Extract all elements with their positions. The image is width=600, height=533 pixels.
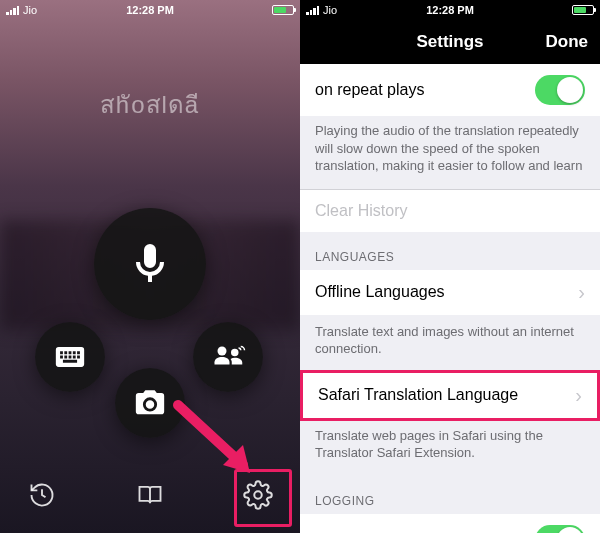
offline-languages-row[interactable]: Offline Languages ›	[300, 270, 600, 315]
carrier-label: Jio	[23, 4, 37, 16]
row-label: on repeat plays	[315, 81, 424, 99]
row-label: Offline Languages	[315, 283, 445, 301]
repeat-description: Playing the audio of the translation rep…	[300, 116, 600, 189]
keyboard-button[interactable]	[35, 322, 105, 392]
greeting-text: สhัoสlดaี	[100, 85, 200, 124]
row-label: Safari Translation Language	[318, 386, 518, 404]
status-time: 12:28 PM	[426, 4, 474, 16]
conversation-icon	[210, 339, 246, 375]
keyboard-icon	[53, 340, 87, 374]
repeat-toggle[interactable]	[535, 75, 585, 105]
battery-icon	[572, 5, 594, 15]
nav-title: Settings	[416, 32, 483, 52]
logging-toggle[interactable]	[535, 525, 585, 533]
history-button[interactable]	[22, 475, 62, 515]
status-bar: Jio 12:28 PM	[0, 0, 300, 20]
phrasebook-button[interactable]	[130, 475, 170, 515]
settings-screen: Jio 12:28 PM Settings Done on repeat pla…	[300, 0, 600, 533]
status-time: 12:28 PM	[126, 4, 174, 16]
microphone-button[interactable]	[94, 208, 206, 320]
conversation-button[interactable]	[193, 322, 263, 392]
annotation-highlight-safari: Safari Translation Language ›	[300, 370, 600, 421]
safari-description: Translate web pages in Safari using the …	[300, 419, 600, 476]
logging-section-header: LOGGING	[300, 476, 600, 514]
safari-translation-row[interactable]: Safari Translation Language ›	[300, 370, 600, 421]
chevron-right-icon: ›	[578, 281, 585, 304]
annotation-arrow-icon	[168, 395, 268, 485]
carrier-label: Jio	[323, 4, 337, 16]
camera-icon	[133, 386, 167, 420]
logging-row[interactable]	[300, 514, 600, 533]
translator-main-screen: Jio 12:28 PM สhัoสlดaี	[0, 0, 300, 533]
battery-icon	[272, 5, 294, 15]
languages-section-header: LANGUAGES	[300, 232, 600, 270]
history-icon	[28, 481, 56, 509]
done-button[interactable]: Done	[546, 32, 589, 52]
clear-history-button[interactable]: Clear History	[300, 189, 600, 232]
svg-point-0	[218, 347, 227, 356]
repeat-plays-row[interactable]: on repeat plays	[300, 64, 600, 116]
chevron-right-icon: ›	[575, 384, 582, 407]
signal-icon	[6, 5, 19, 15]
offline-description: Translate text and images without an int…	[300, 315, 600, 372]
status-bar: Jio 12:28 PM	[300, 0, 600, 20]
book-icon	[136, 481, 164, 509]
microphone-icon	[126, 240, 174, 288]
nav-bar: Settings Done	[300, 20, 600, 64]
svg-point-1	[231, 349, 239, 357]
signal-icon	[306, 5, 319, 15]
